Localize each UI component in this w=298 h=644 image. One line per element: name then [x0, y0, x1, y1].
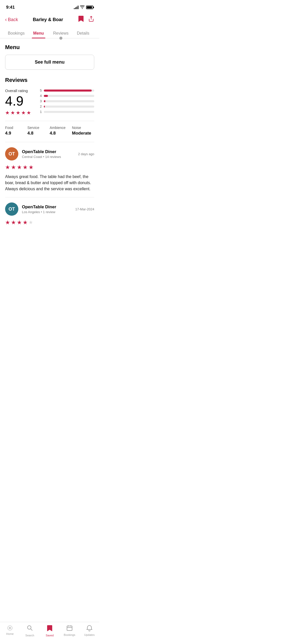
main-content: Menu See full menu Reviews Overall ratin… — [0, 38, 99, 256]
reviews-section-title: Reviews — [5, 77, 94, 83]
full-menu-button[interactable]: See full menu — [5, 55, 94, 70]
star-5: ★ — [26, 110, 31, 116]
tab-bar: Bookings Menu Reviews Details — [0, 28, 99, 38]
review-date-2: 17-Mar-2024 — [75, 207, 94, 211]
battery-icon — [86, 6, 93, 9]
bar-track-4 — [44, 95, 94, 97]
star-4: ★ — [21, 110, 26, 116]
review-stars-2: ★ ★ ★ ★ ★ — [5, 219, 94, 226]
bar-track-1 — [44, 111, 94, 113]
status-bar: 9:41 — [0, 0, 99, 13]
bar-fill-2 — [44, 106, 45, 108]
sub-rating-service: Service 4.8 — [28, 126, 50, 136]
star-3: ★ — [16, 110, 20, 116]
bar-row-4: 4 — [39, 94, 94, 98]
bar-fill-3 — [44, 100, 45, 102]
reviewer-row-1: OT OpenTable Diner Central Coast • 14 re… — [5, 147, 94, 160]
status-icons — [74, 5, 93, 10]
sub-rating-food: Food 4.9 — [5, 126, 28, 136]
bar-row-1: 1 — [39, 110, 94, 114]
bar-row-3: 3 — [39, 99, 94, 103]
avatar-2: OT — [5, 202, 18, 216]
review-stars-1: ★ ★ ★ ★ ★ — [5, 164, 94, 171]
rating-left: Overall rating 4.9 ★ ★ ★ ★ ★ — [5, 89, 33, 116]
page-title: Barley & Boar — [18, 17, 78, 22]
tab-details[interactable]: Details — [72, 28, 94, 38]
bar-label-1: 1 — [39, 110, 42, 114]
share-button[interactable] — [88, 16, 94, 23]
reviewer-row-2: OT OpenTable Diner Los Angeles • 1 revie… — [5, 202, 94, 216]
bar-label-3: 3 — [39, 99, 42, 103]
sub-ratings: Food 4.9 Service 4.8 Ambience 4.8 Noise … — [5, 121, 94, 136]
tab-indicator-dot — [59, 37, 62, 40]
review-text-1: Always great food. The table had the bee… — [5, 174, 94, 192]
overall-rating: Overall rating 4.9 ★ ★ ★ ★ ★ 5 4 — [5, 89, 94, 116]
sub-rating-ambience: Ambience 4.8 — [50, 126, 72, 136]
sub-rating-noise: Noise Moderate — [72, 126, 94, 136]
bar-row-5: 5 — [39, 89, 94, 92]
header: ‹ Back Barley & Boar — [0, 13, 99, 28]
bar-track-2 — [44, 106, 94, 108]
bar-label-2: 2 — [39, 105, 42, 108]
bar-label-4: 4 — [39, 94, 42, 98]
wifi-icon — [80, 5, 85, 10]
bar-fill-5 — [44, 90, 92, 92]
bar-row-2: 2 — [39, 105, 94, 108]
bar-fill-4 — [44, 95, 48, 97]
bar-track-5 — [44, 90, 94, 92]
rating-bars: 5 4 3 2 — [39, 89, 94, 115]
review-card-2: OT OpenTable Diner Los Angeles • 1 revie… — [5, 197, 94, 226]
signal-icon — [74, 6, 78, 9]
back-button[interactable]: ‹ Back — [5, 17, 18, 22]
status-time: 9:41 — [6, 5, 15, 10]
reviewer-details-1: OpenTable Diner Central Coast • 14 revie… — [22, 149, 61, 159]
back-label: Back — [8, 17, 18, 22]
avatar-1: OT — [5, 147, 18, 160]
tab-menu[interactable]: Menu — [28, 28, 50, 38]
overall-label: Overall rating — [5, 89, 33, 93]
star-1: ★ — [5, 110, 10, 116]
reviewer-details-2: OpenTable Diner Los Angeles • 1 review — [22, 204, 56, 214]
reviewer-info-2: OT OpenTable Diner Los Angeles • 1 revie… — [5, 202, 56, 216]
overall-stars: ★ ★ ★ ★ ★ — [5, 110, 33, 116]
tab-reviews[interactable]: Reviews — [50, 28, 72, 38]
tab-bookings[interactable]: Bookings — [5, 28, 28, 38]
header-actions — [78, 15, 94, 24]
bar-label-5: 5 — [39, 89, 42, 92]
bar-track-3 — [44, 100, 94, 102]
back-chevron-icon: ‹ — [5, 17, 7, 22]
bookmark-button[interactable] — [78, 15, 84, 24]
star-2: ★ — [10, 110, 15, 116]
overall-score: 4.9 — [5, 94, 33, 108]
reviewer-info-1: OT OpenTable Diner Central Coast • 14 re… — [5, 147, 61, 160]
review-card-1: OT OpenTable Diner Central Coast • 14 re… — [5, 142, 94, 192]
menu-section-title: Menu — [5, 44, 94, 51]
review-date-1: 2 days ago — [78, 152, 94, 156]
